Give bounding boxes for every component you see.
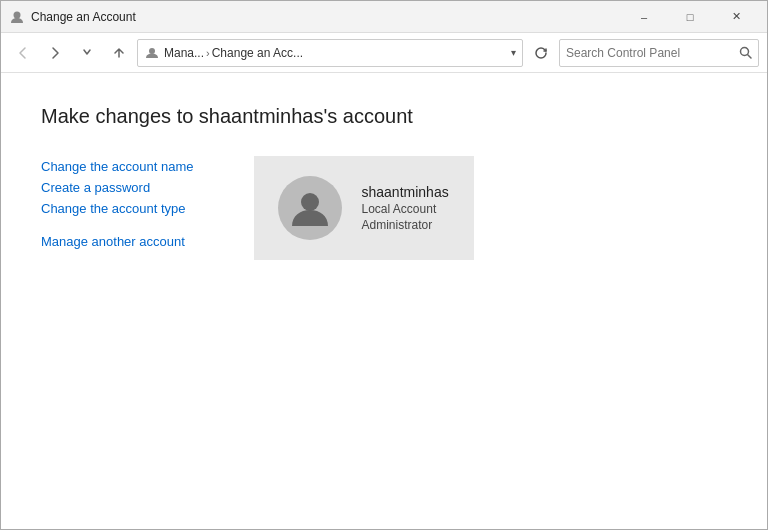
address-bar[interactable]: Mana... › Change an Acc... ▾ (137, 39, 523, 67)
create-password-link[interactable]: Create a password (41, 177, 194, 198)
address-part1: Mana... (164, 46, 204, 60)
nav-bar: Mana... › Change an Acc... ▾ (1, 33, 767, 73)
svg-point-1 (149, 48, 155, 54)
svg-point-4 (301, 193, 319, 211)
search-input[interactable] (566, 46, 735, 60)
change-type-link[interactable]: Change the account type (41, 198, 194, 219)
change-name-link[interactable]: Change the account name (41, 156, 194, 177)
account-role: Administrator (362, 218, 449, 232)
manage-account-link[interactable]: Manage another account (41, 231, 194, 252)
window-icon (9, 9, 25, 25)
account-info: shaantminhas Local Account Administrator (362, 184, 449, 232)
account-card: shaantminhas Local Account Administrator (254, 156, 474, 260)
search-bar[interactable] (559, 39, 759, 67)
address-parts: Mana... › Change an Acc... (164, 46, 507, 60)
account-type: Local Account (362, 202, 449, 216)
main-content: Make changes to shaantminhas's account C… (1, 73, 767, 292)
window-controls: – □ ✕ (621, 1, 759, 33)
address-part2: Change an Acc... (212, 46, 303, 60)
title-bar-text: Change an Account (31, 10, 136, 24)
back-button[interactable] (9, 39, 37, 67)
recent-button[interactable] (73, 39, 101, 67)
address-icon (144, 45, 160, 61)
content-area: Change the account name Create a passwor… (41, 156, 727, 260)
minimize-button[interactable]: – (621, 1, 667, 33)
up-button[interactable] (105, 39, 133, 67)
avatar-icon (288, 186, 332, 230)
title-bar: Change an Account – □ ✕ (1, 1, 767, 33)
actions-list: Change the account name Create a passwor… (41, 156, 194, 252)
search-button[interactable] (739, 46, 752, 59)
address-dropdown-icon[interactable]: ▾ (511, 47, 516, 58)
close-button[interactable]: ✕ (713, 1, 759, 33)
page-title: Make changes to shaantminhas's account (41, 105, 727, 128)
svg-point-0 (14, 11, 21, 18)
svg-line-3 (748, 55, 752, 59)
account-name: shaantminhas (362, 184, 449, 200)
forward-button[interactable] (41, 39, 69, 67)
avatar (278, 176, 342, 240)
refresh-button[interactable] (527, 39, 555, 67)
address-sep1: › (206, 47, 210, 59)
maximize-button[interactable]: □ (667, 1, 713, 33)
